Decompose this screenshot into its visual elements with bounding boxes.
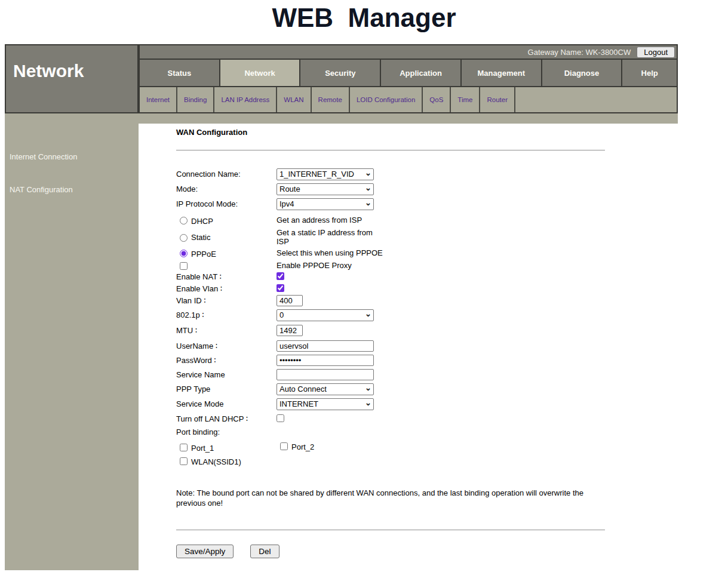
subtab-binding[interactable]: Binding — [177, 87, 214, 112]
port2-checkbox[interactable] — [280, 442, 288, 450]
binding-note: Note: The bound port can not be shared b… — [176, 488, 605, 508]
8021p-label: 802.1p ∶ — [176, 309, 277, 319]
del-button[interactable]: Del — [250, 545, 279, 558]
lan-dhcp-checkbox[interactable] — [277, 414, 284, 422]
gateway-bar: Gateway Name: WK-3800CW Logout — [139, 44, 678, 60]
subtab-time[interactable]: Time — [451, 87, 480, 112]
sidebar: Internet Connection NAT Configuration — [5, 124, 139, 570]
service-name-input[interactable] — [277, 369, 374, 380]
enable-nat-checkbox[interactable] — [277, 272, 284, 280]
connection-name-label: Connection Name: — [176, 168, 277, 179]
tab-security[interactable]: Security — [300, 60, 381, 86]
tab-help[interactable]: Help — [622, 60, 677, 86]
static-radio-label: Static — [191, 233, 211, 242]
enable-vlan-checkbox[interactable] — [277, 284, 284, 292]
vlan-id-input[interactable] — [277, 295, 303, 306]
section-title: Network — [5, 44, 139, 113]
sub-tabs: Internet Binding LAN IP Address WLAN Rem… — [139, 87, 678, 113]
dhcp-radio[interactable] — [180, 217, 188, 225]
username-input[interactable] — [277, 340, 374, 352]
subtab-wlan[interactable]: WLAN — [277, 87, 311, 112]
chevron-down-icon: ⌄ — [365, 398, 371, 408]
ppp-type-value: Auto Connect — [279, 385, 327, 393]
subtab-lan-ip-address[interactable]: LAN IP Address — [214, 87, 277, 112]
password-label: PassWord ∶ — [176, 355, 277, 365]
mode-select[interactable]: Route ⌄ — [277, 183, 374, 195]
port1-label: Port_1 — [191, 442, 214, 453]
mtu-input[interactable] — [277, 325, 303, 336]
mode-value: Route — [279, 184, 300, 193]
password-input[interactable] — [277, 355, 374, 366]
chevron-down-icon: ⌄ — [365, 183, 371, 193]
mtu-label: MTU ∶ — [176, 325, 277, 335]
pppoe-proxy-desc: Enable PPPOE Proxy — [277, 260, 352, 270]
chevron-down-icon: ⌄ — [365, 383, 371, 393]
main-content: WAN Configuration Connection Name: 1_INT… — [139, 124, 678, 570]
dhcp-desc: Get an address from ISP — [277, 214, 362, 225]
tab-application[interactable]: Application — [381, 60, 462, 86]
save-apply-button[interactable]: Save/Apply — [176, 545, 234, 558]
nav-bottom-strip — [5, 113, 678, 124]
pppoe-radio[interactable] — [180, 250, 188, 257]
divider-top — [176, 150, 605, 150]
app-frame: Network Gateway Name: WK-3800CW Logout S… — [5, 44, 678, 570]
subtab-internet[interactable]: Internet — [140, 87, 177, 112]
chevron-down-icon: ⌄ — [365, 309, 371, 319]
subtab-router[interactable]: Router — [480, 87, 515, 112]
mode-label: Mode: — [176, 183, 277, 193]
logout-button[interactable]: Logout — [637, 47, 675, 58]
connection-name-select[interactable]: 1_INTERNET_R_VID ⌄ — [277, 168, 374, 180]
vlan-id-label: Vlan ID ∶ — [176, 295, 277, 305]
dhcp-radio-label: DHCP — [191, 216, 213, 226]
wlan-ssid1-label: WLAN(SSID1) — [191, 456, 241, 466]
ip-protocol-value: Ipv4 — [279, 199, 294, 208]
enable-vlan-label: Enable Vlan ∶ — [176, 283, 277, 293]
page-heading: WAN Configuration — [176, 128, 605, 137]
8021p-select[interactable]: 0 ⌄ — [277, 309, 374, 321]
static-desc: Get a static IP address from ISP — [277, 227, 384, 246]
port2-label: Port_2 — [291, 441, 314, 451]
pppoe-radio-label: PPPoE — [191, 248, 216, 259]
ppp-type-label: PPP Type — [176, 383, 277, 393]
service-mode-value: INTERNET — [279, 399, 318, 408]
page-title: WEB Manager — [0, 3, 728, 33]
ppp-type-select[interactable]: Auto Connect ⌄ — [277, 383, 374, 395]
service-name-label: Service Name — [176, 369, 277, 379]
8021p-value: 0 — [279, 310, 284, 319]
ip-protocol-select[interactable]: Ipv4 ⌄ — [277, 198, 374, 210]
subtab-remote[interactable]: Remote — [312, 87, 350, 112]
tab-diagnose[interactable]: Diagnose — [542, 60, 623, 86]
tab-management[interactable]: Management — [462, 60, 542, 86]
subtab-qos[interactable]: QoS — [423, 87, 451, 112]
lan-dhcp-label: Turn off LAN DHCP ∶ — [176, 413, 277, 423]
port-binding-label: Port binding: — [176, 426, 277, 436]
pppoe-proxy-checkbox[interactable] — [180, 262, 188, 270]
username-label: UserName ∶ — [176, 340, 277, 350]
pppoe-desc: Select this when using PPPOE — [277, 247, 383, 257]
gateway-name: Gateway Name: WK-3800CW — [528, 48, 631, 57]
divider-bottom — [176, 530, 605, 530]
sidebar-item-nat-configuration[interactable]: NAT Configuration — [10, 183, 139, 196]
sidebar-item-internet-connection[interactable]: Internet Connection — [10, 150, 139, 164]
main-tabs: Status Network Security Application Mana… — [139, 60, 678, 87]
chevron-down-icon: ⌄ — [365, 198, 371, 208]
static-radio[interactable] — [180, 234, 188, 242]
subtab-loid-configuration[interactable]: LOID Configuration — [350, 87, 423, 112]
ip-protocol-label: IP Protocol Mode: — [176, 198, 277, 208]
connection-name-value: 1_INTERNET_R_VID — [279, 170, 354, 179]
wlan-ssid1-checkbox[interactable] — [180, 457, 188, 465]
port1-checkbox[interactable] — [180, 444, 188, 451]
chevron-down-icon: ⌄ — [365, 168, 371, 179]
tab-status[interactable]: Status — [140, 60, 220, 86]
service-mode-select[interactable]: INTERNET ⌄ — [277, 398, 374, 410]
tab-network[interactable]: Network — [220, 60, 301, 86]
service-mode-label: Service Mode — [176, 398, 277, 408]
enable-nat-label: Enable NAT ∶ — [176, 271, 277, 281]
